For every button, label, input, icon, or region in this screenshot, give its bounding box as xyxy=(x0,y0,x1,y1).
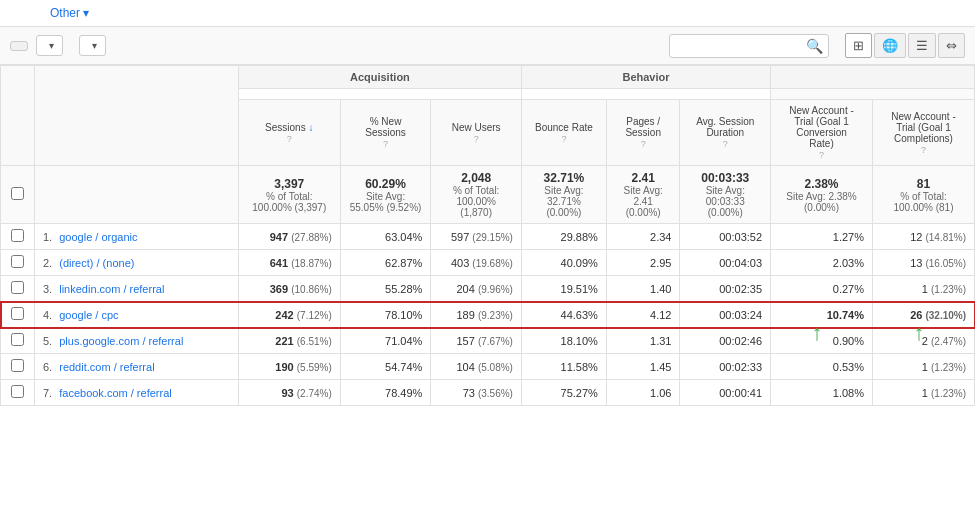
row-sessions: 947 (27.88%) xyxy=(238,224,340,250)
row-conv-rate: 0.53% xyxy=(771,354,873,380)
source-link[interactable]: facebook.com / referral xyxy=(59,387,172,399)
sort-down-icon: ↓ xyxy=(308,122,313,133)
row-pct-new: 78.10% xyxy=(340,302,431,328)
behavior-group-header: Behavior xyxy=(521,66,770,89)
source-link[interactable]: linkedin.com / referral xyxy=(59,283,164,295)
row-checkbox[interactable] xyxy=(1,250,35,276)
row-source: 2. (direct) / (none) xyxy=(34,250,238,276)
total-row: 3,397% of Total: 100.00% (3,397) 60.29%S… xyxy=(1,166,975,224)
row-source: 6. reddit.com / referral xyxy=(34,354,238,380)
row-sessions: 641 (18.87%) xyxy=(238,250,340,276)
row-source: 4. google / cpc xyxy=(34,302,238,328)
completions-col-header: New Account -Trial (Goal 1Completions)? xyxy=(873,100,975,166)
secondary-dimension-dropdown[interactable]: ▾ xyxy=(36,35,63,56)
row-avg-duration: 00:03:24 xyxy=(680,302,771,328)
row-sessions: 242 (7.12%) xyxy=(238,302,340,328)
row-bounce-rate: 11.58% xyxy=(521,354,606,380)
conv-rate-col-header: New Account -Trial (Goal 1ConversionRate… xyxy=(771,100,873,166)
row-pct-new: 54.74% xyxy=(340,354,431,380)
pages-session-col-header: Pages /Session? xyxy=(606,100,680,166)
table-row: 3. linkedin.com / referral 369 (10.86%) … xyxy=(1,276,975,302)
beh-spacer xyxy=(521,89,770,100)
compare-view-button[interactable]: ⇔ xyxy=(938,33,965,58)
row-avg-duration: 00:03:52 xyxy=(680,224,771,250)
row-pct-new: 78.49% xyxy=(340,380,431,406)
row-avg-duration: 00:00:41 xyxy=(680,380,771,406)
total-sessions: 3,397% of Total: 100.00% (3,397) xyxy=(238,166,340,224)
row-sessions: 221 (6.51%) xyxy=(238,328,340,354)
total-completions: 81% of Total: 100.00% (81) xyxy=(873,166,975,224)
row-checkbox[interactable] xyxy=(1,224,35,250)
search-icon-button[interactable]: 🔍 xyxy=(806,38,823,54)
highlighted-table-row: 4. google / cpc 242 (7.12%) 78.10% 189 (… xyxy=(1,302,975,328)
acquisition-group-header: Acquisition xyxy=(238,66,521,89)
row-conv-rate: 0.90% xyxy=(771,328,873,354)
globe-view-button[interactable]: 🌐 xyxy=(874,33,906,58)
row-new-users: 597 (29.15%) xyxy=(431,224,522,250)
total-label xyxy=(34,166,238,224)
row-pct-new: 55.28% xyxy=(340,276,431,302)
acq-sessions-spacer xyxy=(238,89,521,100)
top-bar: Other ▾ ▾ ▾ 🔍 ⊞ 🌐 ☰ ⇔ xyxy=(0,0,975,65)
source-link[interactable]: google / cpc xyxy=(59,309,118,321)
row-avg-duration: 00:04:03 xyxy=(680,250,771,276)
total-checkbox[interactable] xyxy=(1,166,35,224)
row-bounce-rate: 44.63% xyxy=(521,302,606,328)
plot-rows-button[interactable] xyxy=(10,41,28,51)
chevron-down-icon: ▾ xyxy=(49,40,54,51)
row-conv-rate: 2.03% xyxy=(771,250,873,276)
row-checkbox[interactable] xyxy=(1,328,35,354)
row-number: 2. xyxy=(43,257,52,269)
row-new-users: 189 (9.23%) xyxy=(431,302,522,328)
row-sessions: 369 (10.86%) xyxy=(238,276,340,302)
row-completions: 1 (1.23%) xyxy=(873,354,975,380)
row-avg-duration: 00:02:35 xyxy=(680,276,771,302)
other-link[interactable]: Other ▾ xyxy=(50,6,89,20)
row-pages: 1.45 xyxy=(606,354,680,380)
row-bounce-rate: 19.51% xyxy=(521,276,606,302)
row-conv-rate: 1.08% xyxy=(771,380,873,406)
row-pct-new: 71.04% xyxy=(340,328,431,354)
row-new-users: 73 (3.56%) xyxy=(431,380,522,406)
new-users-col-header: New Users? xyxy=(431,100,522,166)
row-completions: 1 (1.23%) xyxy=(873,380,975,406)
total-pct-new: 60.29%Site Avg: 55.05% (9.52%) xyxy=(340,166,431,224)
table-row: 6. reddit.com / referral 190 (5.59%) 54.… xyxy=(1,354,975,380)
data-table: Acquisition Behavior Sessions ↓ ? % NewS… xyxy=(0,65,975,406)
row-bounce-rate: 18.10% xyxy=(521,328,606,354)
row-checkbox[interactable] xyxy=(1,354,35,380)
row-pages: 2.95 xyxy=(606,250,680,276)
row-conv-rate: 10.74% xyxy=(771,302,873,328)
row-avg-duration: 00:02:46 xyxy=(680,328,771,354)
sessions-col-header: Sessions ↓ ? xyxy=(238,100,340,166)
table-row: 7. facebook.com / referral 93 (2.74%) 78… xyxy=(1,380,975,406)
row-source: 1. google / organic xyxy=(34,224,238,250)
avg-session-col-header: Avg. SessionDuration? xyxy=(680,100,771,166)
conversions-group-header xyxy=(771,66,975,89)
row-completions: 13 (16.05%) xyxy=(873,250,975,276)
row-new-users: 157 (7.67%) xyxy=(431,328,522,354)
row-checkbox[interactable] xyxy=(1,380,35,406)
row-number: 3. xyxy=(43,283,52,295)
list-view-button[interactable]: ☰ xyxy=(908,33,936,58)
row-checkbox[interactable] xyxy=(1,276,35,302)
row-number: 6. xyxy=(43,361,52,373)
row-checkbox[interactable] xyxy=(1,302,35,328)
row-sessions: 93 (2.74%) xyxy=(238,380,340,406)
row-pages: 2.34 xyxy=(606,224,680,250)
row-new-users: 204 (9.96%) xyxy=(431,276,522,302)
total-avg-duration: 00:03:33Site Avg: 00:03:33 (0.00%) xyxy=(680,166,771,224)
row-bounce-rate: 75.27% xyxy=(521,380,606,406)
source-link[interactable]: reddit.com / referral xyxy=(59,361,154,373)
row-new-users: 403 (19.68%) xyxy=(431,250,522,276)
sort-default-dropdown[interactable]: ▾ xyxy=(79,35,106,56)
grid-view-button[interactable]: ⊞ xyxy=(845,33,872,58)
source-link[interactable]: plus.google.com / referral xyxy=(59,335,183,347)
source-link[interactable]: (direct) / (none) xyxy=(59,257,134,269)
table-row: 2. (direct) / (none) 641 (18.87%) 62.87%… xyxy=(1,250,975,276)
total-pages: 2.41Site Avg: 2.41 (0.00%) xyxy=(606,166,680,224)
row-number: 5. xyxy=(43,335,52,347)
row-completions: 26 (32.10%) xyxy=(873,302,975,328)
source-link[interactable]: google / organic xyxy=(59,231,137,243)
search-input[interactable] xyxy=(669,34,829,58)
